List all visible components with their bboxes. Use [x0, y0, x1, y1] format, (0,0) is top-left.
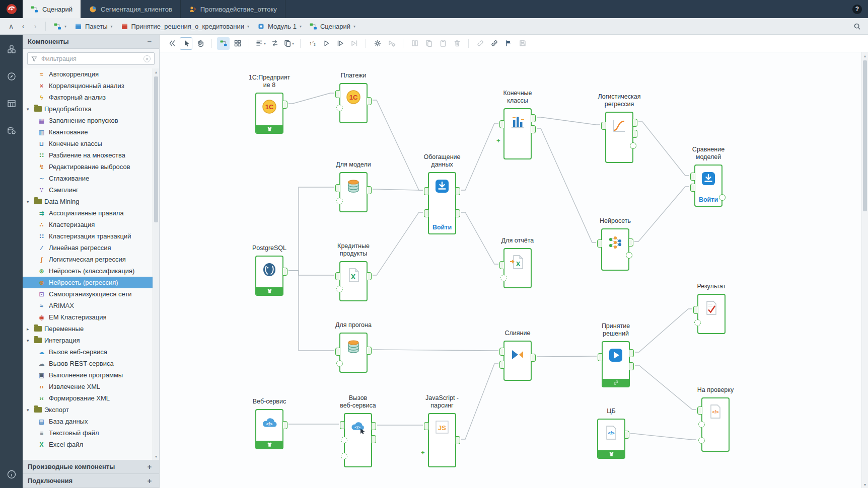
tree-item[interactable]: ↯Редактирование выбросов — [23, 161, 153, 173]
output-port[interactable] — [531, 125, 536, 133]
create-link-button[interactable] — [488, 37, 500, 50]
breadcrumb-3[interactable]: Сценарий▾ — [306, 20, 359, 33]
tree-item[interactable]: ∷Разбиение на множества — [23, 149, 153, 161]
input-port[interactable] — [697, 406, 702, 415]
add-comment-button[interactable] — [502, 37, 515, 50]
back-button[interactable]: ‹ — [17, 20, 29, 32]
tables-rail-button[interactable] — [4, 96, 19, 111]
optional-input-port[interactable] — [336, 198, 343, 204]
input-port[interactable] — [424, 422, 428, 430]
optional-input-port[interactable] — [500, 275, 507, 281]
select-tool-button[interactable] — [180, 37, 192, 50]
tree-item[interactable]: ☁Вызов REST-сервиса — [23, 358, 153, 369]
filter-input[interactable] — [40, 55, 140, 63]
scroll-down-icon[interactable]: ▼ — [862, 481, 868, 488]
node-cb[interactable]: </> — [597, 419, 625, 459]
input-port[interactable] — [690, 184, 695, 192]
output-port[interactable] — [531, 354, 536, 362]
tree-item[interactable]: ⇉Ассоциативные правила — [23, 207, 153, 219]
output-port[interactable] — [367, 186, 372, 194]
input-port[interactable] — [499, 348, 504, 356]
tree-item[interactable]: XExcel файл — [23, 439, 153, 450]
tree-scrollbar[interactable]: ▲▼ — [153, 68, 159, 460]
optional-input-port[interactable] — [694, 319, 701, 326]
tree-item[interactable]: ∷Кластеризация транзакций — [23, 230, 153, 242]
output-port[interactable] — [625, 431, 629, 439]
output-port[interactable] — [531, 114, 536, 122]
node-report[interactable]: X — [503, 248, 532, 288]
input-port[interactable] — [499, 261, 504, 269]
tree-item[interactable]: ∼Сглаживание — [23, 173, 153, 184]
node-jsparse[interactable]: JS+ — [428, 413, 456, 467]
tab-0[interactable]: Сценарий — [23, 0, 81, 18]
scenario-tree-dropdown[interactable]: ▾ — [50, 20, 70, 33]
add-port-button[interactable]: + — [496, 137, 500, 144]
run-node-button[interactable] — [320, 37, 332, 50]
breadcrumb-0[interactable]: Пакеты▾ — [70, 20, 117, 33]
input-port[interactable] — [601, 122, 606, 130]
chevron-right-icon[interactable]: ▸ — [27, 327, 32, 332]
chevron-down-icon[interactable]: ▾ — [27, 107, 32, 112]
scenario-canvas[interactable]: 1С:Предприят ие 81СПлатежи1СДля моделиPo… — [160, 52, 868, 488]
run-from-node-button[interactable] — [334, 37, 346, 50]
tree-item[interactable]: ◉EM Кластеризация — [23, 311, 153, 323]
tree-item[interactable]: ☁Вызов веб-сервиса — [23, 346, 153, 358]
pan-tool-button[interactable] — [194, 37, 206, 50]
break-link-button[interactable] — [474, 37, 486, 50]
derived-components-section[interactable]: Производные компоненты + — [23, 460, 159, 474]
node-compare[interactable]: Войти — [694, 165, 722, 207]
optional-input-port[interactable] — [698, 437, 705, 444]
output-port[interactable] — [367, 97, 372, 105]
output-port[interactable] — [456, 436, 460, 444]
input-port[interactable] — [499, 120, 504, 128]
output-port[interactable] — [456, 209, 460, 217]
tab-1[interactable]: Сегментация_клиентов — [81, 0, 181, 18]
input-port[interactable] — [335, 90, 340, 98]
connections-section[interactable]: Подключения + — [23, 474, 159, 488]
tree-item[interactable]: ▥Квантование — [23, 126, 153, 138]
tree-item[interactable]: ⊛Нейросеть (регрессия) — [23, 277, 153, 288]
optional-input-port[interactable] — [698, 421, 705, 428]
output-port[interactable] — [283, 268, 287, 276]
input-port[interactable] — [424, 209, 428, 217]
clear-filter-button[interactable]: × — [143, 55, 151, 62]
input-port[interactable] — [693, 306, 698, 314]
tree-item[interactable]: ≈Автокорреляция — [23, 68, 153, 80]
node-forrun[interactable] — [339, 333, 368, 373]
output-port[interactable] — [629, 349, 634, 357]
output-port[interactable] — [372, 422, 376, 430]
tree-item[interactable]: ⊛Нейросеть (классификация) — [23, 265, 153, 277]
input-port[interactable] — [690, 173, 695, 181]
node-src1c[interactable]: 1С — [255, 93, 283, 134]
input-port[interactable] — [597, 239, 602, 248]
node-payments[interactable]: 1С — [339, 83, 368, 123]
delete-button[interactable] — [451, 37, 463, 50]
breadcrumb-1[interactable]: Принятие_решения_о_кредитовании▾ — [117, 20, 253, 33]
optional-input-port[interactable] — [336, 105, 343, 111]
optional-input-port[interactable] — [341, 453, 347, 459]
tree-folder[interactable]: ▾Data Mining — [23, 196, 153, 207]
grid-layout-button[interactable] — [231, 37, 244, 50]
collapse-panel-button[interactable]: − — [145, 37, 154, 46]
view-output-port[interactable] — [626, 252, 632, 259]
tree-folder[interactable]: ▾Интеграция — [23, 335, 153, 346]
canvas-scrollbar[interactable]: ▲▼ — [861, 52, 868, 488]
input-port[interactable] — [340, 421, 344, 429]
chevron-down-icon[interactable]: ▾ — [27, 408, 32, 413]
tab-2[interactable]: Противодействие_оттоку — [181, 0, 285, 18]
tree-item[interactable]: ∵Сэмплинг — [23, 184, 153, 196]
output-port[interactable] — [456, 187, 460, 195]
export-scheme-button[interactable] — [516, 37, 529, 50]
node-check[interactable]: </> — [701, 397, 730, 452]
tree-item[interactable]: ▦Заполнение пропусков — [23, 115, 153, 126]
run-to-node-button[interactable] — [348, 37, 360, 50]
node-result[interactable] — [697, 294, 726, 334]
node-formodel[interactable] — [339, 172, 368, 212]
tree-item[interactable]: ›‹Формирование XML — [23, 392, 153, 404]
tree-item[interactable]: ϟФакторный анализ — [23, 92, 153, 103]
tree-folder[interactable]: ▸Переменные — [23, 323, 153, 335]
view-output-port[interactable] — [630, 142, 636, 149]
tree-item[interactable]: ▣Выполнение программы — [23, 369, 153, 381]
scenario-layout-button[interactable] — [217, 37, 230, 50]
node-credit[interactable]: X — [339, 261, 368, 301]
